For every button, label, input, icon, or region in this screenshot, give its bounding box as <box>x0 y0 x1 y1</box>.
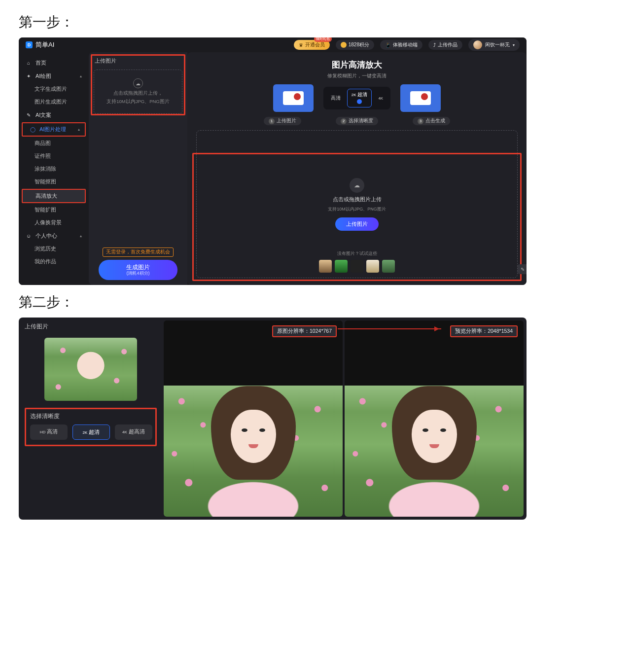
sidebar-label: AI文案 <box>35 111 51 119</box>
sidebar-item-myworks[interactable]: 我的作品 <box>19 255 89 268</box>
sidebar: ⌂首页 ✦AI绘图▴ 文字生成图片 图片生成图片 ✎AI文案 ◯AI图片处理▴ … <box>19 52 89 285</box>
mode-uhd[interactable]: 2K 超清 <box>347 89 372 107</box>
mode-4k[interactable]: 4K <box>374 94 387 103</box>
sidebar-item-aiimage[interactable]: ◯AI图片处理▴ <box>23 123 85 136</box>
sample-thumb-2[interactable] <box>335 260 348 273</box>
drop-line2: 支持10M以内JPG、PNG图片 <box>328 206 386 212</box>
topbar: D 简单AI ♛ 开通会员 1828积分 📱 体验移动端 ⤴ 上传作品 闲饮一杯… <box>19 37 527 52</box>
check-icon <box>357 99 362 104</box>
sidebar-label: 浏览历史 <box>35 246 56 252</box>
upload-hint-line1: 点击或拖拽图片上传， <box>113 90 163 97</box>
promo-link[interactable]: 无需登录，首次免费生成机会 <box>103 248 174 257</box>
arrow-icon <box>338 328 441 329</box>
mobile-button[interactable]: 📱 体验移动端 <box>380 40 422 50</box>
sidebar-item-home[interactable]: ⌂首页 <box>19 56 89 70</box>
sample-thumb-4[interactable] <box>366 260 379 273</box>
image-proc-icon: ◯ <box>30 127 35 133</box>
try-label: 没有图片？试试这些 <box>337 250 377 257</box>
preview-resolution-badge: 预览分辨率：2048*1534 <box>450 325 518 337</box>
sidebar-item-aidraw[interactable]: ✦AI绘图▴ <box>19 70 89 83</box>
try-samples: 没有图片？试试这些 <box>197 250 517 273</box>
upload-title: 上传图片 <box>25 322 157 331</box>
upload-icon: ⤴ <box>433 42 436 48</box>
sidebar-item-product[interactable]: 商品图 <box>19 137 89 150</box>
original-image-pane: 原图分辨率：1024*767 <box>164 320 343 517</box>
mode-hd[interactable]: 高清 <box>326 92 345 104</box>
sidebar-label: AI绘图 <box>35 72 51 80</box>
steps-row: 1上传图片 2选择清晰度 3点击生成 <box>196 117 518 125</box>
upload-works-label: 上传作品 <box>438 41 457 48</box>
mode-label: 高清 <box>331 95 341 101</box>
sidebar-item-text2img[interactable]: 文字生成图片 <box>19 83 89 96</box>
generate-label: 生成图片 <box>126 264 150 271</box>
preview-image-pane: 预览分辨率：2048*1534 <box>345 320 524 517</box>
sample-thumb-3[interactable] <box>351 260 363 273</box>
logo-icon: D <box>26 41 33 48</box>
sidebar-item-personal[interactable]: ☺个人中心▴ <box>19 229 89 243</box>
main-panel: 图片高清放大 修复模糊图片，一键变高清 高清 2K 超清 4K 1上传图片 2选… <box>187 52 527 285</box>
sample-after <box>400 84 441 112</box>
sidebar-item-upscale[interactable]: 高清放大 <box>23 190 85 202</box>
sidebar-label: 文字生成图片 <box>35 86 67 93</box>
feedback-icon[interactable]: ✎ <box>518 264 527 274</box>
upload-small-dropzone[interactable]: ☁ 点击或拖拽图片上传， 支持10M以内JPG、PNG图片 <box>94 70 182 114</box>
uploaded-thumbnail[interactable] <box>44 338 137 401</box>
clarity-uhd[interactable]: 2K 超清 <box>72 424 110 440</box>
clarity-xuhd[interactable]: 4K 超高清 <box>115 424 152 440</box>
user-name: 闲饮一杯无 <box>485 41 510 48</box>
points-badge[interactable]: 1828积分 <box>336 40 374 50</box>
sidebar-label: 个人中心 <box>35 232 57 240</box>
sidebar-item-idphoto[interactable]: 证件照 <box>19 150 89 163</box>
text-icon: ✎ <box>26 112 32 118</box>
badge-4k-icon: 4K <box>122 430 127 434</box>
upload-big-dropzone[interactable]: ☁ 点击或拖拽图片上传 支持10M以内JPG、PNG图片 上传图片 没有图片？试… <box>196 130 518 278</box>
highlight-clarity-box: 选择清晰度 HD 高清 2K 超清 4K 超高清 <box>25 408 157 446</box>
sidebar-item-bgswap[interactable]: 人像换背景 <box>19 216 89 229</box>
original-image <box>164 386 343 517</box>
sidebar-item-img2img[interactable]: 图片生成图片 <box>19 96 89 108</box>
page-title: 图片高清放大 <box>196 59 518 71</box>
user-menu[interactable]: 闲饮一杯无 ▾ <box>468 39 520 51</box>
app-logo[interactable]: D 简单AI <box>26 40 54 49</box>
mode-label: 超清 <box>357 92 367 97</box>
sidebar-label: 智能扩图 <box>35 207 56 213</box>
upload-hint-line2: 支持10M以内JPG、PNG图片 <box>106 99 170 105</box>
step-pill-2: 2选择清晰度 <box>336 117 378 125</box>
sidebar-item-expand[interactable]: 智能扩图 <box>19 204 89 216</box>
sidebar-label: 高清放大 <box>35 192 57 200</box>
sparkle-icon: ✦ <box>26 73 32 79</box>
sidebar-item-erase[interactable]: 涂抹消除 <box>19 163 89 176</box>
app-step1: D 简单AI ♛ 开通会员 1828积分 📱 体验移动端 ⤴ 上传作品 闲饮一杯… <box>19 37 527 285</box>
highlight-ai-image-category: ◯AI图片处理▴ <box>22 122 86 137</box>
cloud-upload-icon: ☁ <box>133 78 143 88</box>
sidebar-item-history[interactable]: 浏览历史 <box>19 243 89 255</box>
sample-before <box>273 84 314 112</box>
chevron-down-icon: ▾ <box>513 43 515 47</box>
generate-button[interactable]: 生成图片 (消耗4积分) <box>99 260 177 280</box>
sample-thumb-5[interactable] <box>382 260 395 273</box>
upload-panel-title: 上传图片 <box>95 57 182 65</box>
clarity-hd[interactable]: HD 高清 <box>30 424 68 440</box>
compare-row: 高清 2K 超清 4K <box>196 84 518 112</box>
vip-button[interactable]: ♛ 开通会员 <box>294 40 330 50</box>
upload-works-button[interactable]: ⤴ 上传作品 <box>428 40 462 50</box>
sidebar-label: 我的作品 <box>35 258 56 265</box>
upload-button[interactable]: 上传图片 <box>335 217 379 231</box>
sidebar-item-aitext[interactable]: ✎AI文案 <box>19 108 89 122</box>
step2-compare: 原图分辨率：1024*767 预览分辨率：2048*1534 <box>163 318 527 520</box>
vip-label: 开通会员 <box>305 41 325 48</box>
sidebar-label: AI图片处理 <box>39 126 66 133</box>
sidebar-label: 首页 <box>35 59 46 67</box>
generate-cost: (消耗4积分) <box>99 271 177 276</box>
hd-icon: HD <box>40 430 46 434</box>
step-label: 点击生成 <box>425 118 445 124</box>
crown-icon: ♛ <box>299 42 303 48</box>
sidebar-label: 商品图 <box>35 140 51 147</box>
chevron-up-icon: ▴ <box>80 74 82 78</box>
sample-thumb-1[interactable] <box>319 260 332 273</box>
app-name: 简单AI <box>35 40 54 49</box>
mobile-label: 体验移动端 <box>393 41 418 48</box>
sidebar-label: 图片生成图片 <box>35 99 67 106</box>
sidebar-item-matting[interactable]: 智能抠图 <box>19 176 89 188</box>
page-subtitle: 修复模糊图片，一键变高清 <box>196 72 518 79</box>
